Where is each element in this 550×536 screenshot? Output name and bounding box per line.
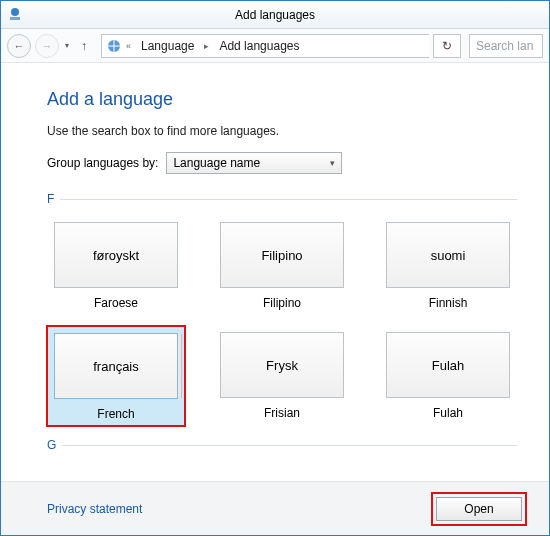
page-subtext: Use the search box to find more language… xyxy=(47,124,517,138)
tile-card: français xyxy=(54,333,178,399)
tile-caption: Fulah xyxy=(385,406,511,420)
divider xyxy=(62,445,517,446)
breadcrumb-item[interactable]: Language xyxy=(135,37,200,55)
forward-button[interactable]: → xyxy=(35,34,59,58)
divider xyxy=(60,199,517,200)
window-title: Add languages xyxy=(235,8,315,22)
tile-card: Filipino xyxy=(220,222,344,288)
group-by-row: Group languages by: Language name ▾ xyxy=(47,152,517,174)
tile-caption: Faroese xyxy=(53,296,179,310)
tile-caption: Frisian xyxy=(219,406,345,420)
group-letter: F xyxy=(47,192,54,206)
tile-card: suomi xyxy=(386,222,510,288)
tile-caption: Finnish xyxy=(385,296,511,310)
forward-icon: → xyxy=(42,40,53,52)
chevron-icon: « xyxy=(126,41,131,51)
group-by-select[interactable]: Language name ▾ xyxy=(166,152,342,174)
footer-bar: Privacy statement Open xyxy=(1,481,549,535)
open-button-highlight: Open xyxy=(433,494,525,524)
group-by-value: Language name xyxy=(173,156,260,170)
address-bar[interactable]: « Language ▸ Add languages xyxy=(101,34,429,58)
chevron-right-icon: ▸ xyxy=(204,41,209,51)
tile-card: føroyskt xyxy=(54,222,178,288)
location-icon xyxy=(106,38,122,54)
refresh-button[interactable]: ↻ xyxy=(433,34,461,58)
refresh-icon: ↻ xyxy=(442,39,452,53)
language-tile-frisian[interactable]: Frysk Frisian xyxy=(213,326,351,426)
language-tile-french[interactable]: français French xyxy=(47,326,185,426)
svg-rect-1 xyxy=(10,17,20,20)
group-letter: G xyxy=(47,438,56,452)
group-by-label: Group languages by: xyxy=(47,156,158,170)
language-tile-fulah[interactable]: Fulah Fulah xyxy=(379,326,517,426)
tile-card: Fulah xyxy=(386,332,510,398)
content-area: Add a language Use the search box to fin… xyxy=(1,63,549,481)
tile-row: français French Frysk Frisian Fulah Fula… xyxy=(47,326,517,426)
up-button[interactable]: ↑ xyxy=(75,39,93,53)
window-frame: Add languages ← → ▾ ↑ « Language ▸ Add l… xyxy=(0,0,550,536)
language-tile-faroese[interactable]: føroyskt Faroese xyxy=(47,216,185,314)
page-title: Add a language xyxy=(47,89,517,110)
group-header: F xyxy=(47,192,517,206)
back-button[interactable]: ← xyxy=(7,34,31,58)
nav-toolbar: ← → ▾ ↑ « Language ▸ Add languages ↻ Sea… xyxy=(1,29,549,63)
chevron-down-icon: ▾ xyxy=(330,158,335,168)
back-icon: ← xyxy=(14,40,25,52)
language-tile-finnish[interactable]: suomi Finnish xyxy=(379,216,517,314)
history-dropdown-icon[interactable]: ▾ xyxy=(63,41,71,50)
tile-card: Frysk xyxy=(220,332,344,398)
language-tile-filipino[interactable]: Filipino Filipino xyxy=(213,216,351,314)
svg-point-0 xyxy=(11,8,19,16)
tile-caption: Filipino xyxy=(219,296,345,310)
tile-caption: French xyxy=(54,407,178,421)
privacy-link[interactable]: Privacy statement xyxy=(47,502,142,516)
titlebar: Add languages xyxy=(1,1,549,29)
search-input[interactable]: Search lan xyxy=(469,34,543,58)
group-header: G xyxy=(47,438,517,452)
breadcrumb-item[interactable]: Add languages xyxy=(213,37,305,55)
open-button[interactable]: Open xyxy=(436,497,522,521)
app-icon xyxy=(7,7,23,23)
tile-row: føroyskt Faroese Filipino Filipino suomi… xyxy=(47,216,517,314)
